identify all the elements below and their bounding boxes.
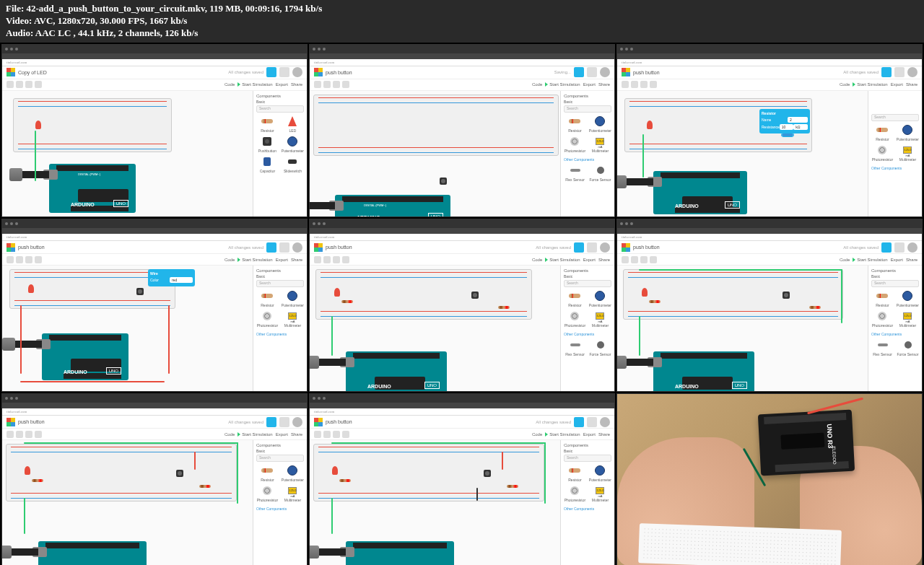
led-component[interactable]: [642, 288, 648, 297]
sidebar-category[interactable]: Basic: [256, 274, 304, 279]
pushbutton-dragging[interactable]: [440, 178, 447, 185]
settings-button[interactable]: [574, 417, 584, 427]
canvas-main[interactable]: DIGITAL (PWM~) ARDUINO UNO: [2, 91, 253, 216]
grid-button[interactable]: [587, 67, 597, 77]
pushbutton-component[interactable]: [136, 288, 144, 295]
canvas-main[interactable]: DIGITAL (PWM~) ARDUINO UNO: [310, 91, 560, 216]
other-components-link[interactable]: Other Components: [871, 332, 919, 336]
undo-icon[interactable]: [333, 256, 340, 263]
arduino-board[interactable]: ARDUINO UNO: [42, 333, 128, 380]
wire-green-2[interactable]: [841, 269, 842, 323]
delete-icon[interactable]: [16, 256, 23, 263]
breadboard[interactable]: [623, 269, 843, 320]
led-component[interactable]: [334, 288, 340, 297]
wire-green-top[interactable]: [639, 269, 842, 271]
search-input[interactable]: Search: [256, 105, 304, 113]
wire-red-left[interactable]: [20, 305, 22, 374]
canvas-main[interactable]: Resistor Name2 Resistance10kΩ ARDUINO UN…: [617, 91, 868, 216]
code-button[interactable]: Code: [840, 258, 850, 262]
resistor-2[interactable]: [507, 485, 518, 488]
redo-icon[interactable]: [35, 431, 42, 438]
wire-green-2[interactable]: [237, 442, 238, 504]
copy-icon[interactable]: [6, 431, 14, 438]
wire-green[interactable]: [331, 316, 333, 356]
copy-icon[interactable]: [622, 81, 629, 88]
component-resistor[interactable]: Resistor: [564, 465, 586, 482]
component-potentiometer[interactable]: Potentiometer: [282, 136, 304, 153]
component-photoresistor[interactable]: Photoresistor: [256, 485, 279, 502]
component-photoresistor[interactable]: Photoresistor: [564, 485, 586, 502]
delete-icon[interactable]: [631, 81, 638, 88]
resistor-component[interactable]: [782, 133, 793, 136]
arduino-board[interactable]: ARDUINO UNO: [346, 351, 447, 392]
redo-icon[interactable]: [35, 81, 42, 88]
component-multimeter[interactable]: 125.0 mAMultimeter: [589, 136, 611, 153]
code-button[interactable]: Code: [532, 432, 542, 437]
start-simulation-button[interactable]: Start Simulation: [237, 82, 272, 87]
undo-icon[interactable]: [640, 81, 648, 88]
component-potentiometer[interactable]: Potentiometer: [589, 465, 611, 482]
copy-icon[interactable]: [314, 256, 321, 263]
other-components-link[interactable]: Other Components: [871, 166, 919, 170]
grid-button[interactable]: [894, 67, 905, 77]
sidebar-category[interactable]: Basic: [256, 100, 304, 104]
redo-icon[interactable]: [342, 81, 349, 88]
name-input[interactable]: 2: [788, 117, 808, 123]
export-button[interactable]: Export: [276, 82, 288, 87]
project-title[interactable]: push button: [633, 70, 660, 75]
start-simulation-button[interactable]: Start Simulation: [237, 258, 272, 262]
wire-green-2[interactable]: [544, 442, 546, 504]
search-input[interactable]: Search: [871, 114, 919, 121]
delete-icon[interactable]: [16, 81, 23, 88]
component-multimeter[interactable]: 125.0 mAMultimeter: [897, 310, 919, 328]
grid-button[interactable]: [587, 242, 597, 253]
wire-green-1[interactable]: [24, 498, 25, 534]
search-input[interactable]: Search: [564, 280, 611, 287]
breadboard[interactable]: [6, 444, 237, 502]
export-button[interactable]: Export: [583, 432, 596, 437]
component-multimeter[interactable]: 125.0 mAMultimeter: [897, 144, 919, 162]
settings-button[interactable]: [266, 67, 276, 77]
project-title[interactable]: Copy of LED: [18, 70, 47, 75]
copy-icon[interactable]: [6, 256, 14, 263]
export-button[interactable]: Export: [891, 82, 903, 87]
export-button[interactable]: Export: [891, 258, 903, 262]
breadboard[interactable]: [313, 95, 559, 156]
search-input[interactable]: Search: [256, 455, 304, 462]
pushbutton-component[interactable]: [484, 470, 491, 477]
breadboard[interactable]: [313, 444, 544, 502]
component-flex[interactable]: Flex Sensor: [564, 339, 586, 356]
arduino-board[interactable]: ARDUINO UNO: [653, 171, 747, 214]
wire-green-1[interactable]: [639, 316, 640, 356]
component-force[interactable]: Force Sensor: [589, 165, 611, 182]
copy-icon[interactable]: [622, 256, 629, 263]
component-pushbutton[interactable]: Pushbutton: [256, 136, 279, 153]
resistance-unit[interactable]: kΩ: [793, 124, 808, 130]
component-resistor[interactable]: Resistor: [564, 290, 586, 307]
canvas-main[interactable]: ARDUINO: [2, 440, 253, 565]
user-avatar[interactable]: [292, 67, 302, 77]
wire-green-1[interactable]: [331, 498, 333, 534]
code-button[interactable]: Code: [225, 82, 235, 87]
start-simulation-button[interactable]: Start Simulation: [853, 82, 887, 87]
share-button[interactable]: Share: [291, 258, 302, 262]
resistor-1[interactable]: [339, 479, 351, 482]
canvas-main[interactable]: Wire Colorred ARDUINO UNO: [2, 266, 253, 391]
component-potentiometer[interactable]: Potentiometer: [897, 290, 919, 307]
resistance-input[interactable]: 10: [780, 124, 794, 130]
other-components-link[interactable]: Other Components: [564, 507, 611, 511]
user-avatar[interactable]: [292, 417, 302, 427]
sidebar-category[interactable]: Basic: [256, 449, 304, 453]
canvas-main[interactable]: ARDUINO UNO: [617, 266, 868, 391]
component-photoresistor[interactable]: Photoresistor: [564, 136, 586, 153]
copy-icon[interactable]: [314, 431, 321, 438]
wire-black[interactable]: [476, 488, 478, 501]
copy-icon[interactable]: [6, 81, 14, 88]
pushbutton-component[interactable]: [176, 470, 183, 477]
redo-icon[interactable]: [342, 256, 349, 263]
color-select[interactable]: red: [170, 277, 193, 283]
undo-icon[interactable]: [25, 256, 32, 263]
breadboard[interactable]: [315, 269, 532, 320]
undo-icon[interactable]: [640, 256, 648, 263]
settings-button[interactable]: [574, 242, 584, 253]
